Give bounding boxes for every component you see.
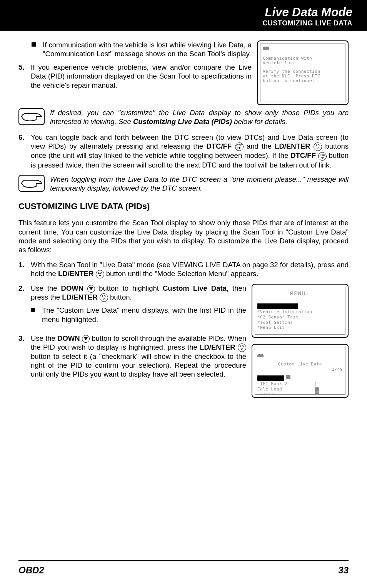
down-button-icon	[82, 335, 90, 343]
cld-l3: Calc Load	[257, 387, 282, 392]
step-1-num: 1.	[18, 260, 31, 269]
s2-cld: Custom Live Data	[163, 284, 227, 292]
down-button-icon	[87, 285, 95, 293]
s2-b: button to highlight	[99, 284, 163, 292]
note1-text: If desired, you can "customize" the Live…	[50, 108, 349, 126]
step-3-text: Use the DOWN button to scroll through th…	[31, 334, 246, 379]
dtcff-label-2: DTC/FF	[290, 151, 316, 159]
header-title: Live Data Mode	[0, 5, 352, 19]
step-1-text: With the Scan Tool in "Live Data" mode (…	[31, 260, 349, 278]
ldenter-button-icon: LD ↵	[238, 343, 246, 352]
menu-highlight-bar: *Custom Live Data	[257, 303, 298, 309]
s3-down: DOWN	[57, 334, 80, 342]
s3-a: Use the	[31, 334, 57, 342]
page-content: Communication with vehicle lost. Verify …	[0, 31, 367, 379]
menu-l4: *Tool Settins	[257, 320, 343, 325]
checkbox-icon	[315, 382, 319, 386]
header-subtitle: CUSTOMIZING LIVE DATA	[0, 19, 352, 27]
s2-ld: LD/ENTER	[62, 293, 98, 301]
menu-l5: *Menu Exit	[257, 325, 343, 330]
s3-ld: LD/ENTER	[200, 343, 235, 351]
bullet-text: If communication with the vehicle is los…	[43, 40, 252, 58]
bullet-comm-lost: If communication with the vehicle is los…	[32, 40, 252, 58]
s2-d: button.	[110, 293, 132, 301]
step-2-num: 2.	[18, 284, 31, 293]
step-1: 1. With the Scan Tool in "Live Data" mod…	[18, 260, 349, 278]
item6-b: and the	[247, 142, 275, 150]
checkbox-icon	[286, 375, 290, 379]
section-intro: This feature lets you customize the Scan…	[18, 218, 349, 254]
cld-l4: Ensine	[257, 392, 274, 395]
footer-left: OBD2	[18, 565, 44, 576]
s1-b: button until the "Mode Selection Menu" a…	[106, 270, 259, 278]
screen1-line5: button to continue.	[263, 79, 343, 83]
note-toggle: When toggling from the Live Data to the …	[18, 175, 349, 193]
checkbox-icon	[315, 392, 319, 395]
bullet-icon	[31, 308, 35, 312]
menu-l3: *O2 Sensor Test	[257, 315, 343, 320]
car-icon	[257, 354, 264, 357]
screen-custom-live-data: Custom Live Data 1/49 LTFT Bank 1 LTFT B…	[252, 344, 349, 398]
cld-l2: LTFT Bank 2	[257, 381, 287, 386]
page-footer: OBD2 33	[18, 560, 349, 576]
menu-title: MENU:	[257, 290, 343, 297]
note1-bold: Customizing Live Data (PIDs)	[133, 117, 232, 126]
menu-l2: *Vehicle Information	[257, 309, 343, 315]
s2-down: DOWN	[61, 284, 84, 292]
list-item-6: 6. You can toggle back and forth between…	[18, 133, 349, 169]
cld-title: Custom Live Data	[257, 362, 343, 367]
right-screens-column: MENU: *Custom Live Data *Vehicle Informa…	[252, 284, 349, 404]
ldenter-button-icon: LD ↵	[314, 142, 322, 151]
s2-a: Use the	[31, 284, 61, 292]
dtcff-button-icon: DTC FF	[235, 142, 244, 151]
step-2-text: Use the DOWN button to highlight Custom …	[31, 284, 246, 328]
item-number-6: 6.	[18, 133, 31, 142]
s2-bullet: The "Custom Live Data" menu displays, wi…	[42, 306, 246, 323]
s1-ld: LD/ENTER	[58, 270, 94, 278]
step-3: 3. Use the DOWN button to scroll through…	[18, 334, 246, 379]
pointing-hand-icon	[18, 108, 45, 125]
checkbox-icon	[315, 387, 319, 392]
step-2: 2. Use the DOWN button to highlight Cust…	[18, 284, 246, 328]
note2-text: When toggling from the Live Data to the …	[50, 175, 349, 193]
note-customize: If desired, you can "customize" the Live…	[18, 108, 349, 126]
page-header-bar: Live Data Mode CUSTOMIZING LIVE DATA	[0, 0, 367, 31]
footer-page-number: 33	[338, 565, 349, 576]
ldenter-button-icon: LD ↵	[100, 293, 108, 302]
dtcff-label-1: DTC/FF	[206, 142, 232, 150]
item-6-text: You can toggle back and forth between th…	[31, 133, 349, 169]
screen-menu: MENU: *Custom Live Data *Vehicle Informa…	[252, 284, 349, 338]
section-heading: CUSTOMIZING LIVE DATA (PIDs)	[18, 201, 349, 212]
step-3-num: 3.	[18, 334, 31, 343]
car-icon	[263, 47, 269, 50]
cld-highlight-bar: LTFT Bank 1	[257, 375, 284, 381]
note1-part-b: below for details.	[232, 117, 287, 126]
item-number-5: 5.	[18, 63, 31, 72]
list-item-5: 5. If you experience vehicle problems, v…	[18, 63, 252, 89]
item-5-text: If you experience vehicle problems, view…	[31, 63, 252, 89]
pointing-hand-icon	[18, 175, 45, 192]
screen-comm-lost: Communication with vehicle lost. Verify …	[257, 40, 349, 105]
cld-count: 1/49	[257, 367, 343, 372]
dtcff-button-icon-2: DTC FF	[318, 152, 327, 161]
ldenter-label-1: LD/ENTER	[275, 142, 310, 150]
screen1-line2: vehicle lost.	[263, 61, 343, 65]
bullet-icon	[32, 42, 36, 47]
s3-c: button to select it (a "checkmark" will …	[31, 352, 246, 378]
ldenter-button-icon: LD ↵	[96, 270, 104, 278]
